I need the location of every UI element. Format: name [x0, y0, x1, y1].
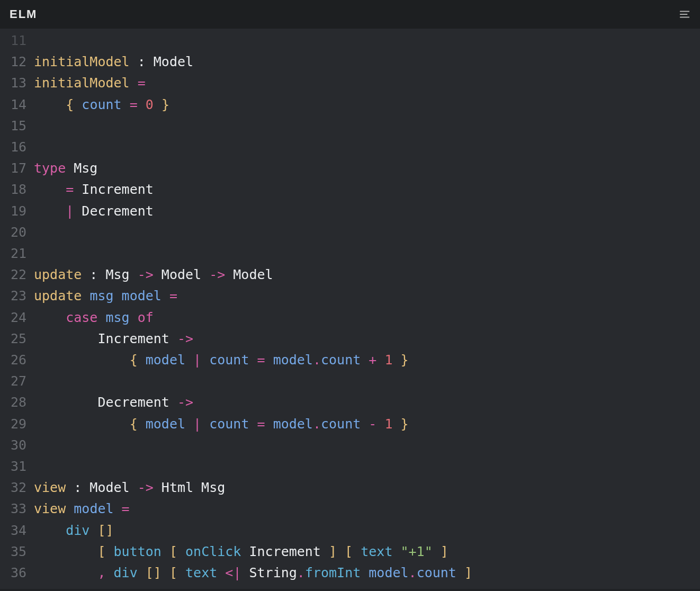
code-line[interactable]: 32view : Model -> Html Msg — [0, 477, 700, 498]
code-token — [138, 416, 146, 432]
code-token: = — [122, 501, 130, 516]
code-token: <| — [225, 565, 241, 580]
code-token — [34, 523, 66, 538]
code-line[interactable]: 23update msg model = — [0, 285, 700, 307]
code-token — [265, 352, 273, 368]
code-token: text — [361, 544, 392, 559]
code-content[interactable]: initialModel = — [29, 73, 146, 94]
code-content[interactable] — [29, 243, 34, 264]
code-content[interactable]: , div [] [ text <| String.fromInt model.… — [29, 562, 472, 584]
code-line[interactable]: 25 Increment -> — [0, 328, 700, 350]
code-token: fromInt — [305, 565, 361, 580]
code-token: } — [401, 416, 409, 432]
code-line[interactable]: 14 { count = 0 } — [0, 94, 700, 115]
code-content[interactable]: { count = 0 } — [29, 94, 169, 115]
code-content[interactable]: [ button [ onClick Increment ] [ text "+… — [29, 541, 448, 562]
code-token: = — [130, 97, 138, 112]
code-line[interactable]: 18 = Increment — [0, 179, 700, 200]
code-token — [376, 352, 384, 368]
code-content[interactable] — [29, 222, 34, 243]
code-line[interactable]: 35 [ button [ onClick Increment ] [ text… — [0, 541, 700, 562]
code-content[interactable] — [29, 435, 34, 456]
code-line[interactable]: 20 — [0, 222, 700, 243]
code-content[interactable] — [29, 115, 34, 137]
code-token: msg — [106, 310, 130, 325]
code-content[interactable] — [29, 30, 34, 51]
code-line[interactable]: 30 — [0, 435, 700, 456]
code-content[interactable]: view model = — [29, 498, 130, 520]
code-token: . — [409, 565, 417, 580]
code-token: ] — [464, 565, 472, 580]
code-content[interactable]: initialModel : Model — [29, 51, 193, 73]
code-token: [] — [97, 523, 113, 538]
code-token — [34, 310, 66, 325]
code-content[interactable] — [29, 371, 34, 392]
language-label: ELM — [10, 7, 37, 21]
code-line[interactable]: 36 , div [] [ text <| String.fromInt mod… — [0, 562, 700, 584]
code-line[interactable]: 26 { model | count = model.count + 1 } — [0, 350, 700, 371]
code-content[interactable]: = Increment — [29, 179, 154, 200]
code-token: count — [321, 416, 361, 432]
code-token: model — [122, 288, 161, 303]
code-content[interactable]: type Msg — [29, 158, 97, 179]
code-token: -> — [209, 267, 225, 282]
code-line[interactable]: 11 — [0, 30, 700, 51]
code-token: { — [66, 97, 74, 112]
code-token: update — [34, 267, 82, 282]
code-content[interactable] — [29, 137, 34, 158]
code-content[interactable]: { model | count = model.count - 1 } — [29, 414, 409, 435]
code-token: Msg — [66, 160, 97, 176]
code-line[interactable]: 19 | Decrement — [0, 201, 700, 222]
code-line[interactable]: 13initialModel = — [0, 73, 700, 94]
code-line[interactable]: 15 — [0, 115, 700, 137]
code-token: model — [273, 416, 313, 432]
line-number: 11 — [0, 30, 29, 51]
code-token — [130, 75, 138, 91]
code-token — [138, 352, 146, 368]
code-token — [337, 544, 345, 559]
code-line[interactable]: 24 case msg of — [0, 307, 700, 328]
code-line[interactable]: 31 — [0, 456, 700, 477]
code-line[interactable]: 33view model = — [0, 498, 700, 520]
code-content[interactable]: view : Model -> Html Msg — [29, 477, 225, 498]
line-number: 34 — [0, 520, 29, 541]
code-content[interactable]: Increment -> — [29, 328, 193, 350]
code-line[interactable]: 21 — [0, 243, 700, 264]
code-token — [34, 544, 97, 559]
code-token — [138, 565, 146, 580]
code-token — [34, 416, 130, 432]
code-editor[interactable]: 1112initialModel : Model13initialModel =… — [0, 29, 700, 589]
code-content[interactable]: Decrement -> — [29, 392, 193, 413]
code-content[interactable]: { model | count = model.count + 1 } — [29, 350, 409, 371]
code-token: Model — [154, 267, 209, 282]
code-content[interactable]: div [] — [29, 520, 114, 541]
code-line[interactable]: 22update : Msg -> Model -> Model — [0, 264, 700, 285]
code-token — [456, 565, 464, 580]
code-line[interactable]: 12initialModel : Model — [0, 51, 700, 73]
code-line[interactable]: 27 — [0, 371, 700, 392]
code-line[interactable]: 16 — [0, 137, 700, 158]
code-content[interactable]: case msg of — [29, 307, 154, 328]
code-content[interactable]: update : Msg -> Model -> Model — [29, 264, 273, 285]
code-token: -> — [177, 331, 193, 346]
line-number: 23 — [0, 285, 29, 307]
line-number: 30 — [0, 435, 29, 456]
code-token — [161, 288, 169, 303]
code-token: { — [130, 416, 138, 432]
code-token: 1 — [384, 352, 392, 368]
code-line[interactable]: 34 div [] — [0, 520, 700, 541]
code-token — [161, 565, 169, 580]
code-line[interactable]: 17type Msg — [0, 158, 700, 179]
code-token — [392, 544, 400, 559]
code-content[interactable]: update msg model = — [29, 285, 177, 307]
code-token — [201, 352, 209, 368]
code-line[interactable]: 29 { model | count = model.count - 1 } — [0, 414, 700, 435]
code-content[interactable]: | Decrement — [29, 201, 154, 222]
code-token — [376, 416, 384, 432]
word-wrap-icon[interactable] — [679, 8, 690, 20]
code-line[interactable]: 28 Decrement -> — [0, 392, 700, 413]
line-number: 13 — [0, 73, 29, 94]
code-token: 0 — [146, 97, 154, 112]
code-content[interactable] — [29, 456, 34, 477]
line-number: 20 — [0, 222, 29, 243]
